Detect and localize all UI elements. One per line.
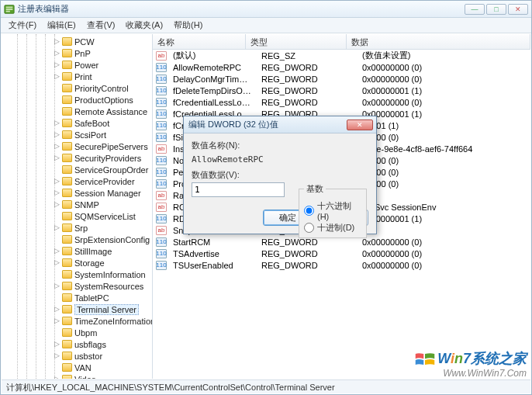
expand-icon[interactable] [54,294,61,301]
tree-item[interactable]: Remote Assistance [2,106,152,117]
tree-item[interactable]: ▷SystemResources [2,280,152,292]
expand-icon[interactable] [54,166,61,173]
tree-item[interactable]: ▷Power [2,59,152,71]
tree-item[interactable]: TabletPC [2,292,152,303]
cell-data: 00001 (1) [358,121,530,130]
tree-item[interactable]: ▷Print [2,71,152,82]
expand-icon[interactable] [54,271,61,278]
expand-icon[interactable]: ▷ [54,306,61,313]
tree-item[interactable]: ▷Video [2,373,152,379]
radio-dec[interactable]: 十进制(D) [304,222,361,234]
value-type-icon: 110 [156,74,167,84]
expand-icon[interactable]: ▷ [54,341,61,348]
tree-item[interactable]: ▷usbstor [2,350,152,362]
list-row[interactable]: 110AllowRemoteRPCREG_DWORD0x00000000 (0) [153,61,530,73]
tree-item[interactable]: SrpExtensionConfig [2,234,152,245]
tree-item[interactable]: ProductOptions [2,94,152,106]
tree-item[interactable]: ▷PCW [2,36,152,47]
col-data[interactable]: 数据 [347,34,530,49]
value-name-display: AllowRemoteRPC [192,153,368,169]
expand-icon[interactable]: ▷ [54,376,61,379]
tree-item[interactable]: Ubpm [2,327,152,338]
tree-item[interactable]: SystemInformation [2,269,152,280]
tree-item[interactable]: ▷SNMP [2,199,152,210]
radio-hex[interactable]: 十六进制(H) [304,200,361,221]
expand-icon[interactable] [54,85,61,92]
expand-icon[interactable] [54,108,61,115]
menu-favorites[interactable]: 收藏夹(A) [121,18,168,33]
tree-item-label: ServiceProvider [74,177,135,186]
dialog-close-button[interactable]: ✕ [347,120,373,130]
value-type-icon: 110 [156,121,167,130]
tree-item[interactable]: ▷SecurityProviders [2,152,152,164]
list-row[interactable]: 110DelayConMgrTimeoutREG_DWORD0x00000000… [153,73,530,85]
tree-item[interactable]: SQMServiceList [2,210,152,222]
close-button[interactable]: ✕ [508,4,528,15]
expand-icon[interactable]: ▷ [54,282,61,289]
tree-item[interactable]: ▷Terminal Server [2,303,152,315]
tree-item-label: SecurePipeServers [74,142,148,151]
expand-icon[interactable]: ▷ [54,178,61,185]
value-data-input[interactable] [192,182,285,197]
cell-type: REG_DWORD [257,63,358,72]
tree-item[interactable]: ▷Session Manager [2,187,152,199]
expand-icon[interactable]: ▷ [54,143,61,150]
expand-icon[interactable]: ▷ [54,131,61,138]
tree-item[interactable]: ▷ServiceProvider [2,175,152,187]
expand-icon[interactable] [54,329,61,336]
col-name[interactable]: 名称 [153,34,246,49]
expand-icon[interactable]: ▷ [54,38,61,45]
cell-type: REG_DWORD [257,249,358,258]
expand-icon[interactable]: ▷ [54,189,61,196]
expand-icon[interactable] [54,364,61,371]
expand-icon[interactable]: ▷ [54,201,61,208]
expand-icon[interactable] [54,96,61,103]
tree-item[interactable]: ▷Storage [2,257,152,269]
tree-item[interactable]: ServiceGroupOrder [2,164,152,175]
expand-icon[interactable]: ▷ [54,317,61,324]
minimize-button[interactable]: — [465,4,485,15]
tree-pane[interactable]: ▷PCW▷PnP▷Power▷PrintPriorityControlProdu… [2,34,153,379]
menu-file[interactable]: 文件(F) [4,18,41,33]
tree-item-label: SystemInformation [74,270,146,279]
tree-item[interactable]: ▷SafeBoot [2,117,152,129]
expand-icon[interactable]: ▷ [54,61,61,68]
list-row[interactable]: 110TSUserEnabledREG_DWORD0x00000000 (0) [153,259,530,271]
expand-icon[interactable]: ▷ [54,259,61,266]
list-row[interactable]: 110fCredentialLessLogonSu...REG_DWORD0x0… [153,96,530,108]
list-row[interactable]: 110TSAdvertiseREG_DWORD0x00000000 (0) [153,248,530,259]
menu-edit[interactable]: 编辑(E) [43,18,81,33]
tree-item[interactable]: VAN [2,362,152,373]
menu-help[interactable]: 帮助(H) [169,18,207,33]
tree-item[interactable]: PriorityControl [2,82,152,94]
expand-icon[interactable]: ▷ [54,50,61,57]
folder-icon [62,293,72,302]
tree-item[interactable]: ▷PnP [2,47,152,59]
expand-icon[interactable]: ▷ [54,224,61,231]
expand-icon[interactable]: ▷ [54,352,61,359]
tree-item[interactable]: ▷SecurePipeServers [2,140,152,152]
radio-dec-input[interactable] [304,223,314,233]
cell-name: DelayConMgrTimeout [168,74,257,84]
expand-icon[interactable]: ▷ [54,154,61,161]
tree-item[interactable]: ▷ScsiPort [2,129,152,140]
maximize-button[interactable]: □ [486,4,506,15]
cell-type: REG_DWORD [257,261,358,270]
tree-item[interactable]: ▷TimeZoneInformation [2,315,152,327]
expand-icon[interactable]: ▷ [54,248,61,255]
value-type-icon: 110 [156,237,167,247]
dialog-titlebar[interactable]: 编辑 DWORD (32 位)值 ✕ [184,116,376,133]
expand-icon[interactable]: ▷ [54,73,61,80]
menu-view[interactable]: 查看(V) [82,18,120,33]
tree-item[interactable]: ▷StillImage [2,245,152,257]
list-row[interactable]: 110fDeleteTempDirsOnExitREG_DWORD0x00000… [153,85,530,96]
value-type-icon: ab [156,203,167,212]
col-type[interactable]: 类型 [246,34,347,49]
list-row[interactable]: ab(默认)REG_SZ(数值未设置) [153,50,530,61]
tree-item[interactable]: ▷Srp [2,222,152,234]
expand-icon[interactable]: ▷ [54,120,61,126]
tree-item[interactable]: ▷usbflags [2,338,152,350]
radio-hex-input[interactable] [304,206,314,216]
expand-icon[interactable] [54,213,61,220]
expand-icon[interactable] [54,236,61,243]
